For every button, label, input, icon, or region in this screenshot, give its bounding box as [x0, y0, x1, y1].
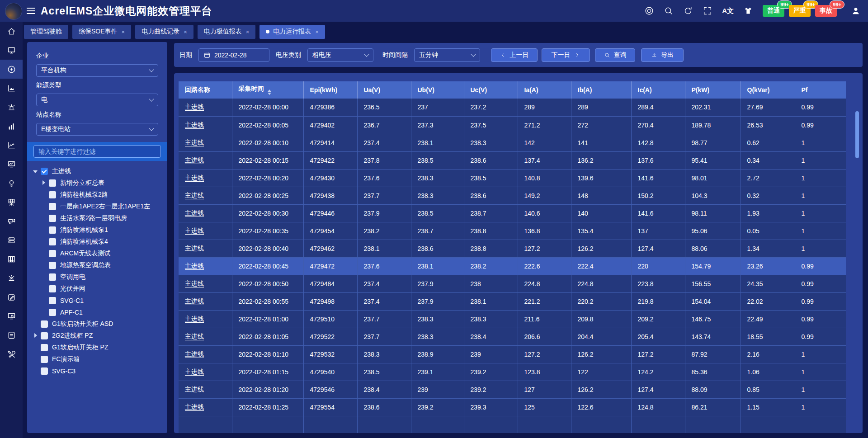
tree-checkbox[interactable]	[49, 309, 56, 316]
alarm-badge-普通[interactable]: 普通99+	[763, 5, 784, 17]
circuit-link-cell[interactable]: 主进线	[179, 222, 232, 240]
tab-close-icon[interactable]: ×	[315, 28, 319, 35]
voltage-type-select[interactable]: 相电压	[307, 48, 373, 62]
user-icon[interactable]	[851, 6, 861, 16]
fullscreen-icon[interactable]	[703, 6, 712, 16]
energy-type-select[interactable]: 电	[36, 94, 158, 106]
menu-toggle-icon[interactable]	[27, 8, 35, 14]
tree-checkbox[interactable]	[41, 367, 48, 375]
caret-down-icon[interactable]	[33, 168, 39, 174]
rail-item-energy[interactable]	[0, 60, 23, 79]
table-row[interactable]: 主进线2022-02-28 01:054729522237.7238.3238.…	[179, 328, 846, 345]
search-icon[interactable]	[664, 6, 674, 16]
tree-checkbox[interactable]	[49, 203, 56, 210]
vertical-scrollbar-thumb[interactable]	[855, 111, 859, 158]
tree-item[interactable]: 新增分立柜总表	[33, 177, 167, 189]
rail-item-trend-screen[interactable]	[0, 155, 23, 174]
tree-item[interactable]: 主进线	[33, 165, 167, 177]
tree-search-input[interactable]	[33, 145, 161, 158]
tree-checkbox[interactable]	[49, 250, 56, 257]
circuit-link-cell[interactable]: 主进线	[179, 187, 232, 204]
tree-checkbox[interactable]	[49, 179, 56, 187]
rail-item-edit[interactable]	[0, 287, 23, 306]
tree-checkbox[interactable]	[49, 273, 56, 281]
circuit-link-cell[interactable]: 主进线	[179, 134, 232, 151]
tree-item[interactable]: SVG-C1	[33, 295, 167, 306]
table-row[interactable]: 主进线2022-02-28 00:054729402236.7237.3237.…	[179, 116, 846, 134]
caret-right-icon[interactable]	[41, 180, 47, 186]
avatar[interactable]	[5, 3, 22, 20]
rail-item-alarm-light[interactable]	[0, 268, 23, 287]
alarm-badge-严重[interactable]: 严重99+	[789, 5, 811, 17]
circuit-link-cell[interactable]: 主进线	[179, 328, 232, 345]
tree-item[interactable]: 一层南1APE2右一层北1APE1左	[33, 201, 167, 212]
sort-asc-icon[interactable]	[268, 89, 271, 92]
tree-item[interactable]: EC演示箱	[33, 353, 167, 365]
tree-item[interactable]: 地源热泵空调总表	[33, 259, 167, 271]
tree-item[interactable]: SVG-C3	[33, 365, 167, 377]
circuit-link-cell[interactable]: 主进线	[179, 240, 232, 257]
circuit-link-cell[interactable]: 主进线	[179, 204, 232, 222]
tree-checkbox[interactable]	[49, 226, 56, 234]
tree-item[interactable]: 生活水泵2路一层弱电房	[33, 212, 167, 224]
tree-item[interactable]: 空调用电	[33, 271, 167, 283]
circuit-link-cell[interactable]: 主进线	[179, 275, 232, 292]
column-header-采集时间[interactable]: 采集时间	[232, 81, 303, 99]
tree-checkbox[interactable]	[49, 285, 56, 292]
rail-item-tools[interactable]	[0, 344, 23, 363]
rail-item-server[interactable]	[0, 231, 23, 250]
tree-checkbox[interactable]	[49, 297, 56, 304]
tree-item[interactable]: G1软启动开关柜 PZ	[33, 342, 167, 353]
target-icon[interactable]	[644, 6, 654, 16]
table-row[interactable]: 主进线2022-02-28 00:254729438237.7238.3238.…	[179, 187, 846, 204]
table-row[interactable]: 主进线2022-02-28 00:454729472237.6238.1238.…	[179, 257, 846, 275]
interval-select[interactable]: 五分钟	[414, 48, 480, 62]
table-row[interactable]: 主进线2022-02-28 00:354729454238.2238.7238.…	[179, 222, 846, 240]
table-row[interactable]: 主进线2022-02-28 00:554729498237.4237.9238.…	[179, 292, 846, 310]
next-day-button[interactable]: 下一日	[542, 48, 590, 62]
rail-item-screen[interactable]	[0, 41, 23, 60]
rail-item-solar-panel[interactable]	[0, 193, 23, 212]
tree-checkbox[interactable]	[49, 215, 56, 222]
circuit-link-cell[interactable]: 主进线	[179, 116, 232, 134]
circuit-link-cell[interactable]: 主进线	[179, 398, 232, 416]
table-row[interactable]: 主进线2022-02-28 01:204729546238.4239239.21…	[179, 381, 846, 398]
circuit-link-cell[interactable]: 主进线	[179, 151, 232, 169]
rail-item-document[interactable]	[0, 325, 23, 344]
table-row[interactable]: 主进线2022-02-28 00:204729430237.6238.3238.…	[179, 169, 846, 187]
prev-day-button[interactable]: 上一日	[491, 48, 538, 62]
table-row[interactable]: 主进线2022-02-28 00:004729386236.5237237.22…	[179, 99, 846, 116]
sort-icons[interactable]	[268, 89, 271, 95]
table-row[interactable]: 主进线2022-02-28 01:154729540238.5239.1239.…	[179, 363, 846, 381]
circuit-link-cell[interactable]: 主进线	[179, 363, 232, 381]
rail-item-siren[interactable]	[0, 98, 23, 117]
tab-close-icon[interactable]: ×	[184, 28, 187, 35]
rail-item-cctv[interactable]	[0, 212, 23, 231]
tree-checkbox[interactable]	[49, 238, 56, 245]
sort-desc-icon[interactable]	[268, 93, 271, 95]
refresh-icon[interactable]	[683, 6, 693, 16]
enterprise-select[interactable]: 平台机构	[36, 64, 158, 77]
circuit-link-cell[interactable]: 主进线	[179, 292, 232, 310]
export-button[interactable]: 导出	[641, 48, 684, 62]
alarm-badge-事故[interactable]: 事故99+	[815, 5, 837, 17]
tree-item[interactable]: G1软启动开关柜 ASD	[33, 318, 167, 330]
tree-item[interactable]: 消防喷淋机械泵1	[33, 224, 167, 236]
rail-item-home[interactable]	[0, 22, 23, 41]
tab-电力曲线记录[interactable]: 电力曲线记录×	[135, 25, 193, 39]
tab-close-icon[interactable]: ×	[122, 28, 125, 35]
tree-item[interactable]: ARCM无线表测试	[33, 248, 167, 259]
theme-icon[interactable]	[743, 6, 753, 16]
station-select[interactable]: E楼变电站	[36, 123, 158, 136]
tree-item[interactable]: 光伏并网	[33, 283, 167, 295]
tree-item[interactable]: 消防喷淋机械泵4	[33, 236, 167, 248]
rail-item-screen-gear[interactable]	[0, 306, 23, 325]
table-row[interactable]: 主进线2022-02-28 00:104729414237.4238.1238.…	[179, 134, 846, 151]
table-row[interactable]: 主进线2022-02-28 00:154729422237.8238.5238.…	[179, 151, 846, 169]
circuit-link-cell[interactable]: 主进线	[179, 345, 232, 363]
table-row[interactable]: 主进线2022-02-28 00:304729446237.9238.5238.…	[179, 204, 846, 222]
tree-checkbox[interactable]	[49, 191, 56, 198]
tree-checkbox[interactable]	[41, 168, 48, 175]
table-row[interactable]: 主进线2022-02-28 01:104729532238.3238.92391…	[179, 345, 846, 363]
table-row[interactable]: 主进线2022-02-28 00:504729484237.4237.92382…	[179, 275, 846, 292]
